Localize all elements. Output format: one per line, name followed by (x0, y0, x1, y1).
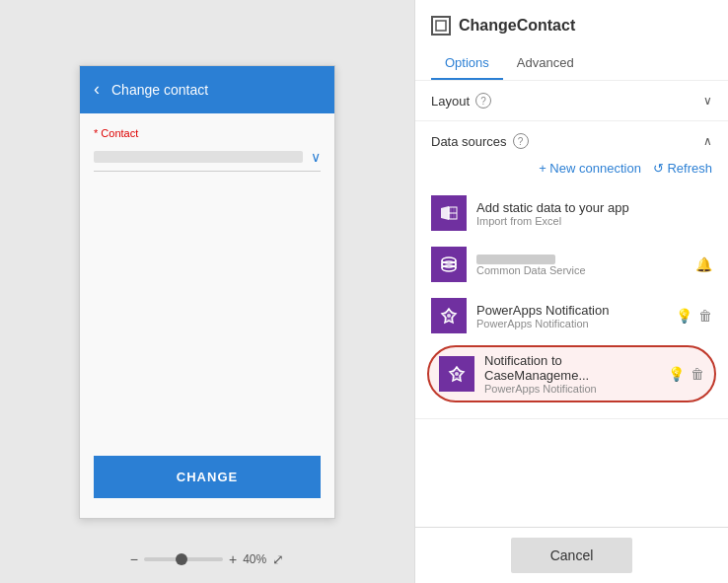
layout-help-icon[interactable]: ? (475, 93, 491, 109)
notification1-delete-icon[interactable]: 🗑 (698, 308, 712, 324)
layout-section-header[interactable]: Layout ? ∨ (415, 81, 728, 120)
zoom-in-button[interactable]: + (229, 551, 237, 567)
zoom-slider[interactable] (144, 557, 223, 561)
mobile-body: * Contact ∨ (80, 113, 334, 442)
data-sources-help-icon[interactable]: ? (513, 133, 529, 149)
casemanagement-subtitle: PowerApps Notification (484, 383, 658, 395)
data-sources-chevron-icon: ∧ (703, 134, 712, 148)
cancel-button[interactable]: Cancel (511, 538, 633, 573)
notification1-icon (431, 298, 467, 333)
svg-rect-0 (436, 21, 446, 31)
data-sources-header[interactable]: Data sources ? ∧ (415, 121, 728, 161)
svg-point-12 (447, 314, 451, 318)
svg-marker-1 (441, 206, 449, 220)
excel-info: Add static data to your app Import from … (476, 200, 712, 227)
zoom-out-button[interactable]: − (130, 551, 138, 567)
component-icon (431, 16, 451, 36)
right-header: ChangeContact Options Advanced (415, 0, 728, 81)
svg-point-13 (455, 372, 459, 376)
data-sources-label: Data sources (431, 134, 507, 149)
mobile-header: ‹ Change contact (80, 66, 334, 113)
right-footer: Cancel (415, 527, 728, 583)
change-button[interactable]: CHANGE (94, 456, 321, 498)
data-sources-header-left: Data sources ? (431, 133, 529, 149)
data-source-excel[interactable]: Add static data to your app Import from … (431, 187, 712, 239)
notification1-info: PowerApps Notification PowerApps Notific… (476, 303, 666, 329)
svg-point-11 (442, 261, 456, 267)
excel-subtitle: Import from Excel (476, 215, 712, 227)
right-content: Layout ? ∨ Data sources ? ∧ + New connec… (415, 81, 728, 527)
notification1-actions: 💡 🗑 (676, 308, 712, 324)
cds-icon (431, 247, 467, 282)
cds-name-blur (476, 255, 555, 264)
casemanagement-bulb-icon[interactable]: 💡 (668, 366, 685, 382)
contact-input[interactable]: ∨ (94, 143, 321, 172)
cds-info-icon[interactable]: 🔔 (695, 256, 712, 272)
casemanagement-delete-icon[interactable]: 🗑 (691, 366, 704, 382)
casemanagement-info: Notification to CaseManageme... PowerApp… (484, 353, 658, 395)
layout-header-left: Layout ? (431, 93, 491, 109)
left-panel: ‹ Change contact * Contact ∨ CHANGE − + … (0, 0, 414, 583)
new-connection-row: + New connection ↺ Refresh (431, 161, 712, 176)
layout-chevron-icon: ∨ (703, 94, 712, 108)
layout-label: Layout (431, 94, 470, 109)
mobile-footer: CHANGE (80, 442, 334, 518)
casemanagement-icon (439, 356, 474, 392)
zoom-bar: − + 40% ⤢ (0, 551, 414, 567)
excel-icon (431, 195, 467, 231)
dropdown-arrow-icon[interactable]: ∨ (311, 149, 321, 165)
zoom-thumb[interactable] (176, 553, 187, 565)
notification1-bulb-icon[interactable]: 💡 (676, 308, 692, 324)
data-source-casemanagement[interactable]: Notification to CaseManageme... PowerApp… (427, 345, 716, 402)
contact-field-label: * Contact (94, 127, 321, 139)
expand-icon[interactable]: ⤢ (272, 551, 284, 567)
tabs-row: Options Advanced (431, 47, 712, 80)
data-sources-body: + New connection ↺ Refresh (415, 161, 728, 418)
zoom-percent-label: 40% (243, 552, 266, 566)
data-sources-section: Data sources ? ∧ + New connection ↺ Refr… (415, 121, 728, 419)
data-source-notification1[interactable]: PowerApps Notification PowerApps Notific… (431, 290, 712, 341)
casemanagement-actions: 💡 🗑 (668, 366, 704, 382)
notification1-subtitle: PowerApps Notification (476, 318, 666, 329)
tab-advanced[interactable]: Advanced (503, 47, 588, 80)
casemanagement-name: Notification to CaseManageme... (484, 353, 658, 383)
mobile-title: Change contact (111, 82, 208, 98)
contact-value-blur (94, 151, 303, 163)
new-connection-button[interactable]: + New connection (539, 161, 641, 176)
cds-subtitle: Common Data Service (476, 264, 686, 276)
cds-info: Common Data Service (476, 253, 686, 276)
notification1-name: PowerApps Notification (476, 303, 666, 318)
component-title: ChangeContact (459, 17, 575, 35)
refresh-button[interactable]: ↺ Refresh (653, 161, 712, 176)
excel-name: Add static data to your app (476, 200, 712, 215)
tab-options[interactable]: Options (431, 47, 503, 80)
back-button[interactable]: ‹ (94, 79, 100, 100)
mobile-frame: ‹ Change contact * Contact ∨ CHANGE (79, 65, 335, 519)
data-source-cds[interactable]: Common Data Service 🔔 (431, 239, 712, 290)
cds-actions: 🔔 (695, 256, 712, 272)
right-panel: ChangeContact Options Advanced Layout ? … (414, 0, 728, 583)
layout-section: Layout ? ∨ (415, 81, 728, 121)
component-title-row: ChangeContact (431, 16, 712, 36)
